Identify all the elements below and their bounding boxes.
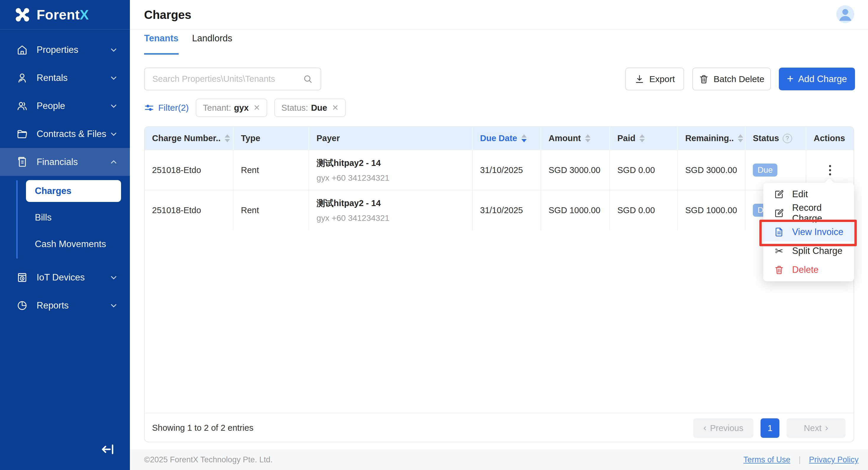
- search-icon[interactable]: [303, 74, 313, 84]
- column-charge-number[interactable]: Charge Number..: [145, 127, 233, 150]
- row-actions-menu: Edit Record Charge View Invoice ✂ Split …: [763, 183, 854, 281]
- sidebar-subitem-charges[interactable]: Charges: [26, 180, 121, 202]
- cell-paid: SGD 0.00: [609, 190, 677, 230]
- filter-button[interactable]: Filter(2): [144, 103, 189, 113]
- terms-of-use-link[interactable]: Terms of Use: [743, 455, 790, 464]
- menu-item-delete[interactable]: Delete: [763, 260, 854, 279]
- people-icon: [17, 100, 28, 112]
- add-charge-button[interactable]: + Add Charge: [779, 68, 855, 90]
- folder-icon: [17, 128, 28, 139]
- column-status: Status?: [745, 127, 806, 150]
- search-input[interactable]: [145, 74, 303, 84]
- cell-charge-number: 251018-Etdo: [145, 190, 233, 230]
- sidebar-item-contracts-files[interactable]: Contracts & Files: [0, 120, 130, 148]
- cell-type: Rent: [233, 190, 309, 230]
- sidebar-item-people[interactable]: People: [0, 92, 130, 120]
- menu-item-record-charge[interactable]: Record Charge: [763, 204, 854, 223]
- filter-chip-status: Status: Due ✕: [274, 99, 346, 117]
- close-icon[interactable]: ✕: [332, 103, 339, 113]
- sidebar-item-reports[interactable]: Reports: [0, 291, 130, 319]
- column-actions: Actions: [806, 127, 854, 150]
- table-header-row: Charge Number.. Type Payer Due Date Amou…: [145, 127, 854, 150]
- chevron-down-icon: [110, 46, 118, 54]
- cell-payer: 测试hitpay2 - 14 gyx +60 341234321: [309, 150, 472, 190]
- sidebar-collapse-button[interactable]: [97, 440, 118, 458]
- main-content: Charges Tenants Landlords Export Batch D…: [130, 0, 868, 470]
- help-icon[interactable]: ?: [783, 134, 792, 143]
- sidebar-item-rentals[interactable]: Rentals: [0, 64, 130, 92]
- close-icon[interactable]: ✕: [253, 103, 260, 113]
- export-button[interactable]: Export: [625, 68, 684, 90]
- cell-type: Rent: [233, 150, 309, 190]
- edit-icon: [774, 189, 784, 199]
- sort-icon: [521, 134, 527, 142]
- row-actions-kebab-icon[interactable]: [825, 161, 835, 180]
- column-due-date[interactable]: Due Date: [472, 127, 540, 150]
- filter-row: Filter(2) Tenant: gyx ✕ Status: Due ✕: [144, 99, 346, 117]
- column-type: Type: [233, 127, 309, 150]
- column-amount[interactable]: Amount: [540, 127, 609, 150]
- column-paid[interactable]: Paid: [609, 127, 677, 150]
- sidebar-subitem-bills[interactable]: Bills: [26, 207, 121, 228]
- menu-item-view-invoice[interactable]: View Invoice: [763, 223, 854, 242]
- previous-page-button[interactable]: ‹Previous: [693, 418, 753, 438]
- cell-charge-number: 251018-Etdo: [145, 150, 233, 190]
- sort-icon: [738, 134, 743, 142]
- delete-trash-icon: [774, 265, 784, 275]
- table-empty-space: [145, 230, 854, 413]
- user-avatar[interactable]: [836, 5, 854, 23]
- tab-tenants[interactable]: Tenants: [144, 33, 179, 55]
- chevron-down-icon: [110, 302, 118, 309]
- logo: ForentX: [0, 0, 130, 30]
- download-icon: [634, 74, 645, 84]
- footer-separator: |: [799, 455, 801, 464]
- brand-x: X: [80, 7, 89, 23]
- pagination: ‹Previous 1 Next›: [693, 418, 845, 438]
- invoice-document-icon: [774, 227, 784, 237]
- sidebar-nav: Properties Rentals People Contracts & Fi…: [0, 36, 130, 319]
- financials-submenu: Charges Bills Cash Movements: [0, 176, 130, 263]
- footer-links: Terms of Use | Privacy Policy: [743, 455, 859, 464]
- sidebar: ForentX Properties Rentals People Contra…: [0, 0, 130, 470]
- forentx-logo-icon: [15, 7, 30, 23]
- chevron-right-icon: ›: [825, 422, 828, 433]
- sidebar-subitem-cash-movements[interactable]: Cash Movements: [26, 233, 121, 255]
- tab-landlords[interactable]: Landlords: [192, 33, 232, 55]
- submenu-track: [16, 180, 18, 259]
- reports-pie-icon: [17, 300, 28, 311]
- cell-amount: SGD 1000.00: [540, 190, 609, 230]
- sort-icon: [585, 134, 590, 142]
- privacy-policy-link[interactable]: Privacy Policy: [809, 455, 859, 464]
- filter-sliders-icon: [144, 103, 154, 113]
- plus-icon: +: [787, 73, 793, 84]
- app-root: ForentX Properties Rentals People Contra…: [0, 0, 868, 470]
- cell-paid: SGD 0.00: [609, 150, 677, 190]
- batch-delete-button[interactable]: Batch Delete: [692, 68, 771, 90]
- cell-due-date: 31/10/2025: [472, 150, 540, 190]
- sort-icon: [640, 134, 645, 142]
- status-badge: Due: [753, 163, 777, 177]
- rentals-icon: [17, 72, 28, 84]
- home-icon: [17, 44, 28, 56]
- cell-remaining: SGD 1000.00: [677, 190, 745, 230]
- tabs: Tenants Landlords: [144, 33, 232, 55]
- scissors-icon: ✂: [774, 246, 784, 256]
- menu-item-split-charge[interactable]: ✂ Split Charge: [763, 242, 854, 260]
- avatar-person-icon: [836, 5, 854, 23]
- financials-icon: [17, 156, 28, 168]
- page-footer: ©2025 ForentX Technology Pte. Ltd. Terms…: [130, 449, 868, 470]
- sidebar-item-properties[interactable]: Properties: [0, 36, 130, 64]
- chevron-down-icon: [110, 102, 118, 110]
- menu-item-edit[interactable]: Edit: [763, 185, 854, 204]
- page-number-button[interactable]: 1: [761, 418, 779, 438]
- table-row: 251018-Etdo Rent 测试hitpay2 - 14 gyx +60 …: [145, 150, 854, 190]
- next-page-button[interactable]: Next›: [786, 418, 845, 438]
- cell-remaining: SGD 3000.00: [677, 150, 745, 190]
- sidebar-item-iot-devices[interactable]: IoT Devices: [0, 263, 130, 291]
- column-remaining[interactable]: Remaining..: [677, 127, 745, 150]
- sidebar-item-financials[interactable]: Financials: [0, 148, 130, 176]
- chevron-down-icon: [110, 74, 118, 82]
- column-payer: Payer: [309, 127, 472, 150]
- sort-icon: [225, 134, 230, 142]
- record-charge-icon: [774, 208, 784, 218]
